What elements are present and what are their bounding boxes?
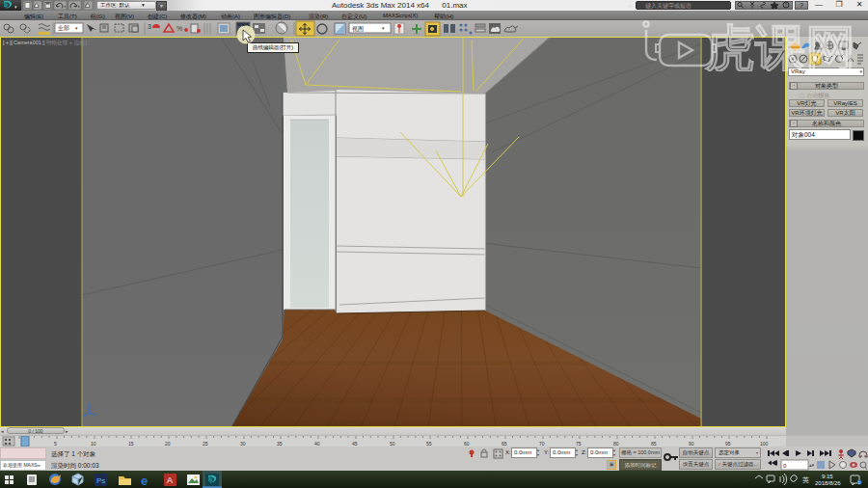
svg-text:A: A	[167, 475, 173, 485]
svg-text:虎课网: 虎课网	[705, 20, 855, 71]
svg-text:2018/8/26: 2018/8/26	[815, 480, 841, 486]
svg-text:视图: 视图	[352, 25, 364, 33]
svg-text:3: 3	[148, 23, 151, 30]
svg-text:Ps: Ps	[96, 476, 105, 485]
svg-text:▴▾: ▴▾	[809, 462, 815, 468]
svg-text:e: e	[141, 474, 148, 488]
svg-text:英: 英	[802, 476, 809, 484]
svg-text:全部: 全部	[57, 24, 69, 32]
svg-text:%: %	[176, 25, 182, 32]
svg-text:?: ?	[785, 2, 788, 8]
svg-text:9:15: 9:15	[822, 474, 833, 479]
